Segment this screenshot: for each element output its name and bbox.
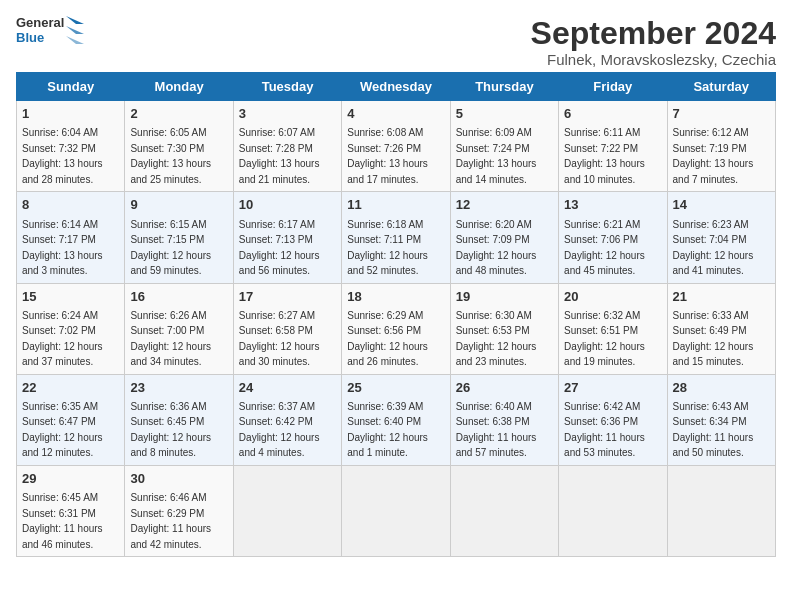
day-info: Sunrise: 6:12 AM Sunset: 7:19 PM Dayligh…: [673, 127, 754, 185]
day-info: Sunrise: 6:09 AM Sunset: 7:24 PM Dayligh…: [456, 127, 537, 185]
day-info: Sunrise: 6:04 AM Sunset: 7:32 PM Dayligh…: [22, 127, 103, 185]
calendar-week-3: 22Sunrise: 6:35 AM Sunset: 6:47 PM Dayli…: [17, 374, 776, 465]
day-info: Sunrise: 6:32 AM Sunset: 6:51 PM Dayligh…: [564, 310, 645, 368]
day-number: 5: [456, 105, 553, 123]
logo-graphic: General Blue: [16, 16, 84, 46]
calendar-week-2: 15Sunrise: 6:24 AM Sunset: 7:02 PM Dayli…: [17, 283, 776, 374]
weekday-wednesday: Wednesday: [342, 73, 450, 101]
day-number: 4: [347, 105, 444, 123]
calendar-cell: 11Sunrise: 6:18 AM Sunset: 7:11 PM Dayli…: [342, 192, 450, 283]
day-number: 28: [673, 379, 770, 397]
day-number: 27: [564, 379, 661, 397]
day-info: Sunrise: 6:36 AM Sunset: 6:45 PM Dayligh…: [130, 401, 211, 459]
calendar-cell: [667, 465, 775, 556]
calendar-week-0: 1Sunrise: 6:04 AM Sunset: 7:32 PM Daylig…: [17, 101, 776, 192]
day-info: Sunrise: 6:45 AM Sunset: 6:31 PM Dayligh…: [22, 492, 103, 550]
calendar-cell: 21Sunrise: 6:33 AM Sunset: 6:49 PM Dayli…: [667, 283, 775, 374]
calendar-body: 1Sunrise: 6:04 AM Sunset: 7:32 PM Daylig…: [17, 101, 776, 557]
day-number: 21: [673, 288, 770, 306]
calendar-cell: 3Sunrise: 6:07 AM Sunset: 7:28 PM Daylig…: [233, 101, 341, 192]
day-info: Sunrise: 6:23 AM Sunset: 7:04 PM Dayligh…: [673, 219, 754, 277]
day-number: 16: [130, 288, 227, 306]
day-number: 29: [22, 470, 119, 488]
day-info: Sunrise: 6:29 AM Sunset: 6:56 PM Dayligh…: [347, 310, 428, 368]
calendar-cell: 8Sunrise: 6:14 AM Sunset: 7:17 PM Daylig…: [17, 192, 125, 283]
day-info: Sunrise: 6:21 AM Sunset: 7:06 PM Dayligh…: [564, 219, 645, 277]
calendar-cell: 20Sunrise: 6:32 AM Sunset: 6:51 PM Dayli…: [559, 283, 667, 374]
day-info: Sunrise: 6:17 AM Sunset: 7:13 PM Dayligh…: [239, 219, 320, 277]
day-number: 11: [347, 196, 444, 214]
weekday-header-row: SundayMondayTuesdayWednesdayThursdayFrid…: [17, 73, 776, 101]
calendar-cell: 24Sunrise: 6:37 AM Sunset: 6:42 PM Dayli…: [233, 374, 341, 465]
day-number: 13: [564, 196, 661, 214]
day-info: Sunrise: 6:33 AM Sunset: 6:49 PM Dayligh…: [673, 310, 754, 368]
calendar-cell: 29Sunrise: 6:45 AM Sunset: 6:31 PM Dayli…: [17, 465, 125, 556]
calendar-cell: 22Sunrise: 6:35 AM Sunset: 6:47 PM Dayli…: [17, 374, 125, 465]
day-number: 15: [22, 288, 119, 306]
calendar-cell: 25Sunrise: 6:39 AM Sunset: 6:40 PM Dayli…: [342, 374, 450, 465]
day-info: Sunrise: 6:27 AM Sunset: 6:58 PM Dayligh…: [239, 310, 320, 368]
day-info: Sunrise: 6:26 AM Sunset: 7:00 PM Dayligh…: [130, 310, 211, 368]
calendar-cell: 19Sunrise: 6:30 AM Sunset: 6:53 PM Dayli…: [450, 283, 558, 374]
day-info: Sunrise: 6:18 AM Sunset: 7:11 PM Dayligh…: [347, 219, 428, 277]
calendar-cell: 26Sunrise: 6:40 AM Sunset: 6:38 PM Dayli…: [450, 374, 558, 465]
weekday-monday: Monday: [125, 73, 233, 101]
day-info: Sunrise: 6:35 AM Sunset: 6:47 PM Dayligh…: [22, 401, 103, 459]
calendar-cell: 4Sunrise: 6:08 AM Sunset: 7:26 PM Daylig…: [342, 101, 450, 192]
day-number: 7: [673, 105, 770, 123]
calendar-cell: [233, 465, 341, 556]
calendar-week-1: 8Sunrise: 6:14 AM Sunset: 7:17 PM Daylig…: [17, 192, 776, 283]
day-number: 24: [239, 379, 336, 397]
day-info: Sunrise: 6:46 AM Sunset: 6:29 PM Dayligh…: [130, 492, 211, 550]
day-info: Sunrise: 6:14 AM Sunset: 7:17 PM Dayligh…: [22, 219, 103, 277]
page-title: September 2024: [531, 16, 776, 51]
calendar-cell: 2Sunrise: 6:05 AM Sunset: 7:30 PM Daylig…: [125, 101, 233, 192]
calendar-cell: 14Sunrise: 6:23 AM Sunset: 7:04 PM Dayli…: [667, 192, 775, 283]
day-info: Sunrise: 6:40 AM Sunset: 6:38 PM Dayligh…: [456, 401, 537, 459]
logo-bird-icon: [66, 16, 84, 46]
calendar-cell: [342, 465, 450, 556]
calendar-cell: 15Sunrise: 6:24 AM Sunset: 7:02 PM Dayli…: [17, 283, 125, 374]
day-info: Sunrise: 6:07 AM Sunset: 7:28 PM Dayligh…: [239, 127, 320, 185]
calendar-cell: 23Sunrise: 6:36 AM Sunset: 6:45 PM Dayli…: [125, 374, 233, 465]
day-info: Sunrise: 6:37 AM Sunset: 6:42 PM Dayligh…: [239, 401, 320, 459]
weekday-friday: Friday: [559, 73, 667, 101]
day-info: Sunrise: 6:15 AM Sunset: 7:15 PM Dayligh…: [130, 219, 211, 277]
day-number: 17: [239, 288, 336, 306]
calendar-cell: 30Sunrise: 6:46 AM Sunset: 6:29 PM Dayli…: [125, 465, 233, 556]
calendar-cell: 7Sunrise: 6:12 AM Sunset: 7:19 PM Daylig…: [667, 101, 775, 192]
day-number: 25: [347, 379, 444, 397]
day-info: Sunrise: 6:20 AM Sunset: 7:09 PM Dayligh…: [456, 219, 537, 277]
day-number: 6: [564, 105, 661, 123]
day-info: Sunrise: 6:05 AM Sunset: 7:30 PM Dayligh…: [130, 127, 211, 185]
day-number: 23: [130, 379, 227, 397]
calendar-cell: 5Sunrise: 6:09 AM Sunset: 7:24 PM Daylig…: [450, 101, 558, 192]
day-info: Sunrise: 6:11 AM Sunset: 7:22 PM Dayligh…: [564, 127, 645, 185]
calendar-cell: [450, 465, 558, 556]
day-number: 10: [239, 196, 336, 214]
day-number: 20: [564, 288, 661, 306]
calendar-cell: 13Sunrise: 6:21 AM Sunset: 7:06 PM Dayli…: [559, 192, 667, 283]
calendar-cell: 1Sunrise: 6:04 AM Sunset: 7:32 PM Daylig…: [17, 101, 125, 192]
day-number: 12: [456, 196, 553, 214]
calendar-cell: 9Sunrise: 6:15 AM Sunset: 7:15 PM Daylig…: [125, 192, 233, 283]
day-number: 8: [22, 196, 119, 214]
logo: General Blue: [16, 16, 84, 46]
day-number: 2: [130, 105, 227, 123]
day-number: 3: [239, 105, 336, 123]
day-info: Sunrise: 6:30 AM Sunset: 6:53 PM Dayligh…: [456, 310, 537, 368]
calendar-cell: 10Sunrise: 6:17 AM Sunset: 7:13 PM Dayli…: [233, 192, 341, 283]
day-number: 14: [673, 196, 770, 214]
calendar-cell: [559, 465, 667, 556]
svg-marker-2: [66, 36, 84, 44]
page-header: General Blue September 2024 Fulnek, Mora…: [16, 16, 776, 68]
day-info: Sunrise: 6:08 AM Sunset: 7:26 PM Dayligh…: [347, 127, 428, 185]
svg-marker-0: [66, 16, 84, 24]
calendar-cell: 12Sunrise: 6:20 AM Sunset: 7:09 PM Dayli…: [450, 192, 558, 283]
day-number: 26: [456, 379, 553, 397]
calendar-cell: 27Sunrise: 6:42 AM Sunset: 6:36 PM Dayli…: [559, 374, 667, 465]
day-number: 18: [347, 288, 444, 306]
day-number: 19: [456, 288, 553, 306]
calendar-cell: 18Sunrise: 6:29 AM Sunset: 6:56 PM Dayli…: [342, 283, 450, 374]
weekday-tuesday: Tuesday: [233, 73, 341, 101]
